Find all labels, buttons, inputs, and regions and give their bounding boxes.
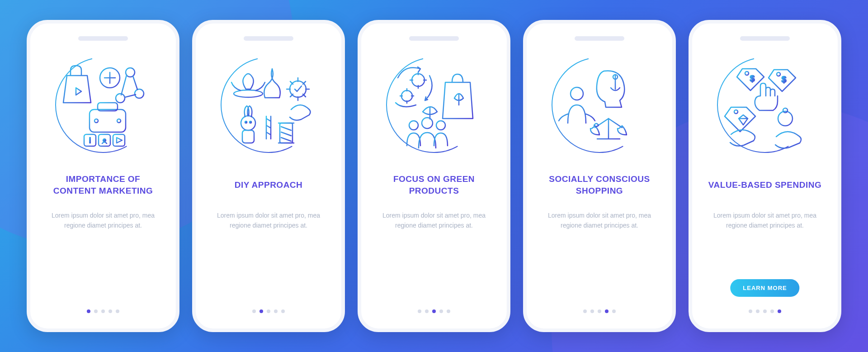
dot-1[interactable]	[418, 309, 421, 313]
dot-5[interactable]	[612, 309, 616, 313]
dot-2[interactable]	[756, 309, 760, 313]
svg-point-24	[401, 90, 412, 101]
dot-3[interactable]	[598, 309, 601, 313]
svg-point-0	[56, 57, 151, 152]
svg-point-8	[117, 119, 121, 123]
dot-4[interactable]	[274, 309, 278, 313]
svg-rect-21	[280, 123, 292, 143]
dot-4[interactable]	[605, 309, 609, 313]
dot-3[interactable]	[432, 309, 436, 313]
svg-point-15	[234, 90, 263, 97]
green-products-icon	[380, 51, 488, 159]
screen-description: Lorem ipsum dolor sit amet pro, mea regi…	[538, 211, 661, 230]
dot-2[interactable]	[259, 309, 263, 313]
svg-point-35	[734, 110, 738, 114]
phone-screen-2: DIY APPROACH Lorem ipsum dolor sit amet …	[192, 20, 345, 332]
phone-notch	[409, 36, 459, 41]
svg-point-31	[745, 71, 749, 75]
dot-1[interactable]	[87, 309, 90, 313]
phone-notch	[244, 36, 293, 41]
dot-3[interactable]	[763, 309, 767, 313]
page-indicator	[252, 309, 285, 313]
screen-title: SOCIALLY CONSCIOUS SHOPPING	[538, 167, 661, 203]
phone-notch	[740, 36, 790, 41]
dot-4[interactable]	[108, 309, 112, 313]
svg-point-29	[571, 87, 583, 100]
phones-row: i IMPORTANCE OF CONTENT MARKETING Lorem …	[27, 20, 841, 332]
dot-5[interactable]	[116, 309, 119, 313]
value-spending-icon: $ $	[711, 51, 819, 159]
diy-icon	[214, 51, 323, 159]
svg-text:i: i	[89, 137, 91, 144]
svg-point-17	[241, 116, 255, 130]
svg-point-27	[436, 121, 445, 130]
phone-screen-3: FOCUS ON GREEN PRODUCTS Lorem ipsum dolo…	[358, 20, 510, 332]
dot-2[interactable]	[94, 309, 98, 313]
svg-text:$: $	[750, 74, 755, 83]
page-indicator	[418, 309, 450, 313]
screen-description: Lorem ipsum dolor sit amet pro, mea regi…	[703, 211, 827, 230]
dot-1[interactable]	[749, 309, 752, 313]
screen-title: FOCUS ON GREEN PRODUCTS	[372, 167, 496, 203]
content-marketing-icon: i	[49, 51, 157, 159]
svg-point-30	[717, 57, 812, 152]
phone-notch	[78, 36, 128, 41]
svg-point-23	[412, 74, 425, 86]
learn-more-button[interactable]: LEARN MORE	[730, 279, 799, 297]
dot-4[interactable]	[770, 309, 774, 313]
svg-point-18	[245, 121, 247, 123]
phone-screen-1: i IMPORTANCE OF CONTENT MARKETING Lorem …	[27, 20, 179, 332]
social-shopping-icon	[545, 51, 654, 159]
svg-point-3	[135, 89, 144, 98]
screen-description: Lorem ipsum dolor sit amet pro, mea regi…	[41, 211, 165, 230]
screen-description: Lorem ipsum dolor sit amet pro, mea regi…	[207, 211, 330, 230]
svg-point-25	[409, 121, 418, 130]
page-indicator	[87, 309, 119, 313]
dot-5[interactable]	[447, 309, 450, 313]
screen-title: VALUE-BASED SPENDING	[706, 167, 824, 203]
dot-2[interactable]	[590, 309, 594, 313]
page-indicator	[749, 309, 781, 313]
svg-point-4	[116, 94, 125, 103]
dot-4[interactable]	[439, 309, 443, 313]
svg-point-36	[778, 111, 793, 126]
svg-point-33	[777, 72, 780, 76]
page-indicator	[583, 309, 616, 313]
svg-point-12	[103, 139, 106, 142]
dot-1[interactable]	[583, 309, 587, 313]
svg-text:$: $	[782, 75, 786, 84]
dot-1[interactable]	[252, 309, 256, 313]
dot-3[interactable]	[267, 309, 270, 313]
phone-screen-4: SOCIALLY CONSCIOUS SHOPPING Lorem ipsum …	[523, 20, 676, 332]
screen-description: Lorem ipsum dolor sit amet pro, mea regi…	[372, 211, 496, 230]
dot-3[interactable]	[101, 309, 105, 313]
phone-screen-5: $ $ VALUE-BASED SPENDING Lorem ipsum dol…	[689, 20, 841, 332]
screen-title: IMPORTANCE OF CONTENT MARKETING	[41, 167, 165, 203]
dot-5[interactable]	[778, 309, 781, 313]
dot-2[interactable]	[425, 309, 429, 313]
svg-point-19	[250, 121, 251, 123]
svg-point-7	[94, 119, 98, 123]
svg-rect-20	[242, 130, 254, 143]
screen-title: DIY APPROACH	[232, 167, 306, 203]
svg-rect-13	[113, 134, 125, 146]
phone-notch	[575, 36, 624, 41]
dot-5[interactable]	[281, 309, 285, 313]
svg-point-37	[783, 108, 788, 113]
svg-point-28	[552, 57, 647, 152]
svg-point-26	[422, 118, 433, 128]
